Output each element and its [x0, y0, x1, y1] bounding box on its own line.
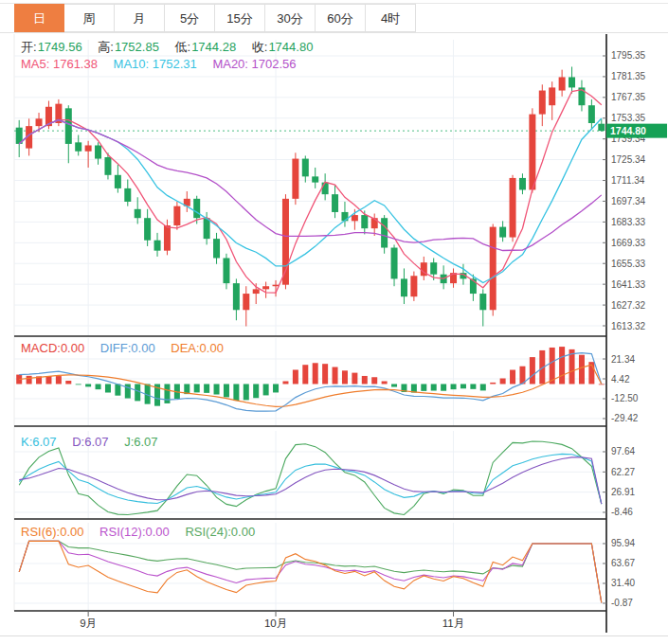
high-label: 高:: [98, 40, 114, 54]
svg-text:1725.34: 1725.34: [611, 154, 646, 165]
svg-text:1781.35: 1781.35: [611, 71, 646, 81]
current-price-badge: 1744.80: [606, 124, 667, 138]
ohlc-readout: 开:1749.56 高:1752.85 低:1744.28 收:1744.80: [21, 39, 325, 56]
svg-text:21.34: 21.34: [611, 354, 635, 365]
timeframe-toolbar: 日 周 月 5分 15分 30分 60分 4时: [0, 4, 668, 33]
tab-5min[interactable]: 5分: [165, 4, 215, 32]
svg-text:63.67: 63.67: [611, 558, 635, 568]
k-value: K:6.07: [21, 435, 57, 449]
svg-text:1683.33: 1683.33: [611, 217, 646, 227]
svg-text:-0.87: -0.87: [611, 598, 633, 608]
rsi24-value: RSI(24):0.00: [185, 525, 255, 539]
rsi6-value: RSI(6):0.00: [21, 525, 83, 539]
tab-60min[interactable]: 60分: [316, 4, 366, 32]
ma10-readout: MA10: 1752.31: [114, 57, 197, 71]
j-line: [19, 441, 602, 515]
svg-text:1744.80: 1744.80: [610, 125, 646, 136]
svg-text:1711.34: 1711.34: [611, 175, 645, 186]
kdj-readout: K:6.07 D:6.07 J:6.07: [21, 435, 171, 449]
d-value: D:6.07: [72, 435, 108, 449]
svg-text:4.42: 4.42: [611, 374, 630, 385]
dea-value: DEA:0.00: [171, 341, 224, 355]
svg-text:9月: 9月: [80, 617, 97, 629]
svg-text:-8.46: -8.46: [611, 507, 633, 517]
macd-readout: MACD:0.00 DIFF:0.00 DEA:0.00: [21, 341, 236, 355]
rsi24-line: [19, 541, 602, 602]
tab-month[interactable]: 月: [115, 4, 165, 32]
svg-text:1627.32: 1627.32: [611, 300, 646, 311]
close-value: 1744.80: [268, 40, 313, 54]
svg-text:95.94: 95.94: [611, 538, 635, 548]
svg-text:31.40: 31.40: [611, 578, 635, 588]
low-label: 低:: [175, 40, 191, 54]
tab-4hour[interactable]: 4时: [366, 4, 416, 32]
svg-text:1641.33: 1641.33: [611, 279, 646, 290]
ma20-readout: MA20: 1702.56: [212, 57, 296, 71]
tab-day[interactable]: 日: [14, 4, 64, 32]
j-value: J:6.07: [124, 435, 157, 449]
candlestick-layer: [16, 66, 605, 326]
diff-value: DIFF:0.00: [100, 341, 155, 355]
svg-text:62.27: 62.27: [611, 467, 635, 477]
open-value: 1749.56: [38, 40, 82, 54]
low-value: 1744.28: [191, 40, 236, 54]
svg-text:10月: 10月: [264, 617, 287, 629]
svg-text:1697.34: 1697.34: [611, 196, 646, 206]
tab-15min[interactable]: 15分: [215, 4, 265, 32]
svg-text:1655.33: 1655.33: [611, 259, 646, 269]
d-line: [19, 457, 602, 504]
svg-text:97.64: 97.64: [611, 446, 635, 456]
open-label: 开:: [21, 40, 37, 54]
svg-text:-29.42: -29.42: [611, 413, 639, 423]
svg-text:1795.35: 1795.35: [611, 50, 646, 61]
tab-week[interactable]: 周: [64, 4, 115, 32]
svg-text:1767.35: 1767.35: [611, 92, 646, 102]
close-label: 收:: [252, 40, 268, 54]
high-value: 1752.85: [115, 40, 159, 54]
rsi12-value: RSI(12):0.00: [99, 525, 170, 539]
svg-text:1753.35: 1753.35: [611, 113, 646, 123]
macd-value: MACD:0.00: [21, 341, 84, 355]
ma-readout: MA5: 1761.38 MA10: 1752.31 MA20: 1702.56: [21, 57, 309, 71]
svg-text:26.91: 26.91: [611, 487, 635, 497]
tab-30min[interactable]: 30分: [265, 4, 316, 32]
rsi12-line: [19, 541, 602, 602]
svg-text:-12.50: -12.50: [611, 393, 639, 403]
rsi-readout: RSI(6):0.00 RSI(12):0.00 RSI(24):0.00: [21, 525, 267, 539]
chart-canvas[interactable]: 1795.351781.351767.351753.351739.341725.…: [0, 0, 668, 644]
rsi6-line: [19, 541, 602, 602]
svg-text:11月: 11月: [442, 617, 464, 629]
month-axis-labels: 9月10月11月: [80, 611, 464, 629]
ma5-readout: MA5: 1761.38: [21, 57, 98, 71]
svg-text:1669.33: 1669.33: [611, 238, 646, 248]
k-line: [19, 454, 602, 504]
axis-lines: [14, 34, 606, 633]
svg-text:1613.32: 1613.32: [611, 321, 646, 331]
